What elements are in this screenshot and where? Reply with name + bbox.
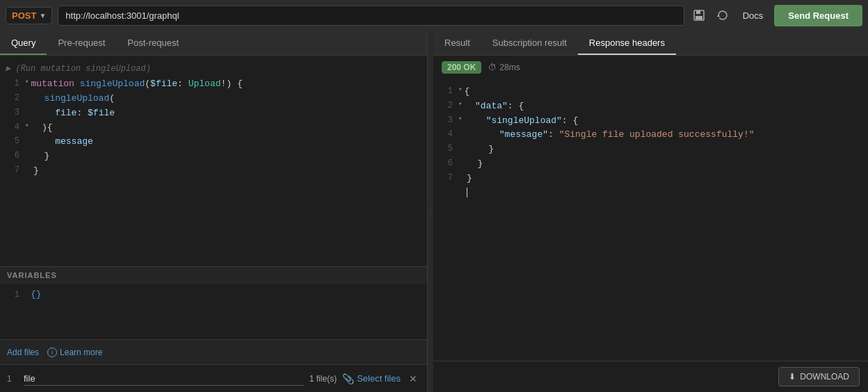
download-label: DOWNLOAD [800, 372, 849, 382]
line-number: 2 [6, 92, 19, 105]
collapse-arrow[interactable]: ▾ [25, 77, 29, 87]
resp-line-3: 3 ▾ "singleUpload" : { [433, 114, 868, 129]
tab-post-request[interactable]: Post-request [116, 32, 190, 55]
text-cursor [467, 188, 467, 197]
left-tabs-bar: Query Pre-request Post-request [0, 31, 427, 56]
top-bar: POST ▼ Docs Send Request [0, 0, 868, 31]
file-upload-bar: 1 1 file(s) 📎 Select files ✕ [0, 364, 427, 392]
var-line-1: 1 {} [6, 289, 421, 300]
files-bar: Add files i Learn more [0, 339, 427, 364]
send-request-button[interactable]: Send Request [774, 5, 862, 26]
select-files-label: Select files [357, 373, 401, 384]
docs-button[interactable]: Docs [737, 8, 769, 24]
line-number: 4 [439, 128, 453, 141]
code-line-1: 1 ▾ mutation singleUpload ( $file : Uplo… [0, 77, 427, 92]
comment-line: ▶ (Run mutation singleUpload) [0, 61, 427, 77]
tab-subscription-result[interactable]: Subscription result [481, 32, 578, 55]
variables-header: VARIABLES [0, 267, 427, 284]
collapse-arrow[interactable]: ▾ [458, 114, 462, 124]
download-bar: ⬇ DOWNLOAD [433, 361, 868, 392]
close-file-button[interactable]: ✕ [406, 373, 420, 384]
file-index: 1 [7, 374, 18, 384]
variables-section: VARIABLES 1 {} [0, 266, 427, 339]
comment-text: ▶ (Run mutation singleUpload) [6, 64, 151, 74]
method-selector[interactable]: POST ▼ [6, 7, 52, 24]
left-panel: Query Pre-request Post-request ▶ (Run mu… [0, 31, 428, 392]
refresh-button[interactable] [714, 6, 732, 24]
var-content: {} [31, 289, 42, 300]
file-name-input[interactable] [24, 372, 304, 386]
add-files-button[interactable]: Add files [7, 348, 39, 357]
line-number: 5 [6, 135, 19, 148]
main-content: Query Pre-request Post-request ▶ (Run mu… [0, 31, 868, 392]
time-info: ⏱ 28ms [488, 63, 520, 72]
line-number: 6 [6, 149, 19, 163]
line-number: 1 [6, 77, 19, 90]
resp-line-5: 5 } [433, 142, 868, 157]
collapse-arrow[interactable]: ▾ [458, 99, 462, 109]
code-line-4: 4 ▾ ){ [0, 121, 427, 136]
collapse-arrow[interactable]: ▾ [458, 85, 462, 95]
code-line-6: 6 } [0, 149, 427, 164]
cursor-area [433, 186, 868, 201]
right-panel: Result Subscription result Response head… [433, 31, 868, 392]
status-badge: 200 OK [442, 61, 481, 74]
resp-line-2: 2 ▾ "data" : { [433, 99, 868, 114]
save-button[interactable] [690, 6, 708, 24]
file-count: 1 file(s) [310, 374, 337, 384]
learn-more-wrap: i Learn more [47, 348, 102, 357]
download-button[interactable]: ⬇ DOWNLOAD [778, 367, 860, 386]
result-tabs-bar: Result Subscription result Response head… [433, 31, 868, 56]
download-icon: ⬇ [789, 372, 796, 382]
tab-query[interactable]: Query [0, 32, 47, 55]
response-time: 28ms [499, 63, 520, 72]
drag-handle[interactable]: ··· [428, 31, 433, 392]
learn-more-button[interactable]: Learn more [60, 348, 102, 357]
tab-pre-request[interactable]: Pre-request [47, 32, 116, 55]
code-line-2: 2 singleUpload ( [0, 92, 427, 106]
line-number: 6 [439, 157, 453, 170]
line-number: 7 [6, 164, 19, 177]
line-number: 3 [6, 106, 19, 120]
collapse-arrow[interactable]: ▾ [25, 121, 29, 131]
clock-icon: ⏱ [488, 63, 497, 72]
tab-result[interactable]: Result [433, 32, 481, 55]
line-number: 4 [6, 121, 19, 134]
resp-line-7: 7 } [433, 172, 868, 186]
line-number: 3 [439, 114, 453, 127]
code-line-3: 3 file : $file [0, 106, 427, 121]
paperclip-icon: 📎 [342, 373, 354, 384]
resp-line-6: 6 } [433, 157, 868, 172]
response-editor: 1 ▾ { 2 ▾ "data" : { 3 ▾ "singleUpload" … [433, 79, 868, 361]
resp-line-4: 4 "message" : "Single file uploaded succ… [433, 128, 868, 142]
variables-editor[interactable]: 1 {} [0, 284, 427, 339]
variables-label: VARIABLES [7, 271, 57, 279]
tab-response-headers[interactable]: Response headers [578, 32, 676, 55]
method-label: POST [12, 10, 36, 21]
line-number: 1 [6, 290, 19, 300]
resp-line-1: 1 ▾ { [433, 85, 868, 99]
line-number: 7 [439, 172, 453, 185]
svg-rect-2 [696, 16, 702, 19]
code-line-7: 7 } [0, 164, 427, 179]
chevron-down-icon: ▼ [39, 12, 46, 19]
select-files-button[interactable]: 📎 Select files [342, 373, 401, 384]
status-bar: 200 OK ⏱ 28ms [433, 56, 868, 79]
query-editor[interactable]: ▶ (Run mutation singleUpload) 1 ▾ mutati… [0, 56, 427, 266]
line-number: 1 [439, 85, 453, 98]
info-icon[interactable]: i [47, 348, 57, 357]
code-line-5: 5 message [0, 135, 427, 149]
svg-rect-1 [696, 10, 700, 14]
line-number: 5 [439, 142, 453, 156]
url-input[interactable] [58, 6, 684, 26]
line-number: 2 [439, 99, 453, 113]
